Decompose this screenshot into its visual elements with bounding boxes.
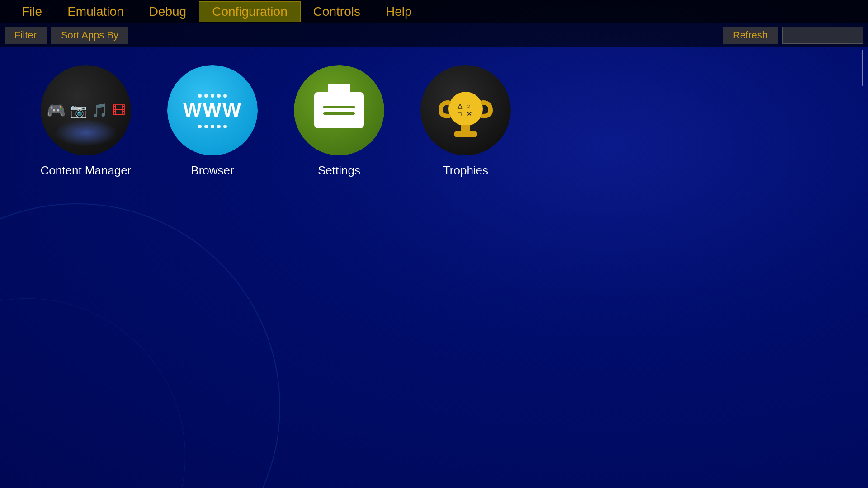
dot-4 (217, 94, 221, 98)
content-manager-icon: 🎮 📷 🎵 🎞 (41, 65, 131, 155)
browser-dots-bottom (198, 125, 227, 128)
trophies-label: Trophies (443, 164, 488, 178)
music-icon: 🎵 (91, 103, 108, 118)
toolbox-line-2 (323, 112, 355, 115)
camera-icon: 📷 (70, 103, 87, 118)
toolbar: Filter Sort Apps By Refresh (0, 23, 868, 47)
menu-file[interactable]: File (9, 2, 55, 22)
dot-b3 (211, 125, 214, 128)
dot-b4 (217, 125, 221, 128)
dot-3 (211, 94, 214, 98)
search-input[interactable] (782, 27, 863, 44)
browser-icon: WWW (167, 65, 258, 155)
menubar: File Emulation Debug Configuration Contr… (0, 0, 868, 23)
content-manager-glow (54, 119, 118, 146)
dot-2 (204, 94, 208, 98)
app-item-trophies[interactable]: △ ○ □ ✕ Trophies (416, 65, 515, 178)
svg-rect-1 (461, 125, 470, 132)
refresh-button[interactable]: Refresh (723, 27, 778, 44)
browser-dots-top (198, 94, 227, 98)
svg-text:△: △ (457, 102, 463, 109)
menu-emulation[interactable]: Emulation (55, 2, 137, 22)
dot-5 (223, 94, 227, 98)
app-item-content-manager[interactable]: 🎮 📷 🎵 🎞 Content Manager (36, 65, 136, 178)
browser-icon-wrapper: WWW (167, 65, 258, 155)
settings-label: Settings (318, 164, 360, 178)
trophies-icon-wrapper: △ ○ □ ✕ (420, 65, 511, 155)
www-text: WWW (183, 99, 242, 121)
svg-text:□: □ (458, 110, 462, 117)
trophies-icon: △ ○ □ ✕ (420, 65, 511, 155)
app-grid: 🎮 📷 🎵 🎞 Content Manager WWW (0, 47, 868, 196)
content-manager-icon-wrapper: 🎮 📷 🎵 🎞 (41, 65, 131, 155)
svg-text:✕: ✕ (467, 110, 472, 117)
app-item-settings[interactable]: Settings (289, 65, 389, 178)
toolbox-handle (328, 84, 350, 93)
menu-debug[interactable]: Debug (137, 2, 199, 22)
menu-configuration[interactable]: Configuration (199, 1, 301, 22)
filter-button[interactable]: Filter (5, 27, 47, 44)
dot-b1 (198, 125, 202, 128)
dot-b2 (204, 125, 208, 128)
settings-icon (294, 65, 384, 155)
dot-b5 (223, 125, 227, 128)
svg-text:○: ○ (467, 102, 470, 109)
menu-help[interactable]: Help (373, 2, 425, 22)
menu-controls[interactable]: Controls (301, 2, 373, 22)
content-manager-symbols: 🎮 📷 🎵 🎞 (47, 101, 125, 119)
toolbox-line-1 (323, 106, 355, 108)
content-manager-label: Content Manager (41, 164, 132, 178)
settings-icon-wrapper (294, 65, 384, 155)
film-icon: 🎞 (113, 103, 125, 118)
app-item-browser[interactable]: WWW Browser (163, 65, 262, 178)
svg-point-0 (448, 92, 483, 126)
sort-apps-button[interactable]: Sort Apps By (51, 27, 128, 44)
svg-rect-2 (454, 131, 477, 137)
gamepad-icon: 🎮 (47, 101, 66, 119)
dot-1 (198, 94, 202, 98)
toolbox-shape (314, 92, 364, 128)
trophy-svg: △ ○ □ ✕ (439, 81, 493, 140)
browser-label: Browser (191, 164, 234, 178)
